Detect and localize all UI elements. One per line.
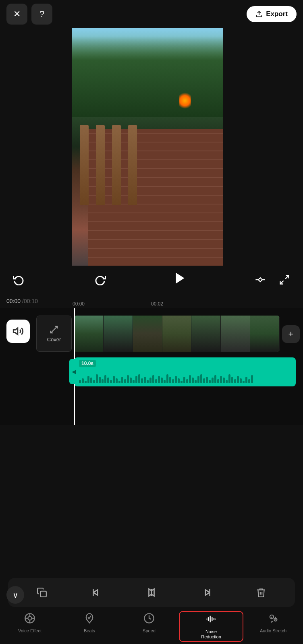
waveform-bar bbox=[245, 377, 247, 383]
split-button[interactable] bbox=[141, 582, 162, 603]
speed-label: Speed bbox=[143, 628, 156, 634]
trim-start-button[interactable] bbox=[86, 582, 107, 603]
waveform-bar bbox=[87, 376, 89, 383]
svg-marker-1 bbox=[176, 273, 185, 284]
video-thumb bbox=[133, 316, 162, 352]
fence-post bbox=[80, 125, 89, 205]
waveform-bar bbox=[234, 379, 236, 383]
noise-reduction-icon bbox=[205, 613, 217, 627]
audio-track[interactable]: 10.0s bbox=[74, 357, 296, 386]
video-thumb bbox=[221, 316, 250, 352]
waveform-bar bbox=[144, 377, 146, 383]
waveform-bar bbox=[214, 375, 216, 383]
waveform-bar bbox=[82, 378, 84, 383]
fence bbox=[80, 125, 144, 205]
trim-start-icon bbox=[91, 587, 102, 598]
keyframe-button[interactable] bbox=[251, 271, 269, 289]
waveform-bar bbox=[172, 379, 174, 383]
waveform-bar bbox=[169, 377, 171, 383]
beats-label: Beats bbox=[84, 628, 95, 634]
redo-icon bbox=[95, 274, 106, 285]
bottom-nav: Voice Effect Beats Speed bbox=[0, 607, 303, 644]
fence-post bbox=[112, 125, 121, 205]
noise-reduction-svg bbox=[205, 613, 217, 625]
redo-button[interactable] bbox=[91, 271, 109, 289]
waveform-bar bbox=[90, 378, 92, 383]
waveform-bar bbox=[195, 380, 197, 383]
waveform-bar bbox=[183, 377, 185, 383]
waveform-bar bbox=[85, 381, 87, 383]
export-label: Export bbox=[266, 10, 288, 18]
beats-icon bbox=[84, 613, 95, 627]
close-button[interactable]: ✕ bbox=[6, 4, 27, 25]
waveform-bar bbox=[110, 380, 112, 383]
collapse-handle[interactable]: ◀ bbox=[69, 359, 78, 384]
audio-waveform bbox=[79, 372, 291, 383]
waveform-bar bbox=[166, 374, 168, 383]
help-button[interactable]: ? bbox=[31, 4, 52, 25]
svg-line-30 bbox=[271, 621, 273, 623]
nav-item-beats[interactable]: Beats bbox=[60, 611, 119, 635]
timeline-header: 00:00 / 00:10 00:00 00:02 bbox=[0, 294, 303, 308]
export-button[interactable]: Export bbox=[247, 6, 297, 22]
speed-icon bbox=[143, 613, 155, 627]
top-left-controls: ✕ ? bbox=[6, 4, 52, 25]
cover-label: Cover bbox=[47, 336, 61, 343]
audio-stretch-icon bbox=[268, 613, 279, 627]
waveform-bar bbox=[138, 374, 140, 383]
waveform-bar bbox=[240, 378, 242, 383]
delete-icon bbox=[256, 587, 266, 598]
audio-duration: 10.0s bbox=[79, 360, 96, 367]
delete-button[interactable] bbox=[251, 582, 272, 603]
nav-item-speed[interactable]: Speed bbox=[119, 611, 179, 635]
waveform-bar bbox=[79, 380, 81, 383]
undo-button[interactable] bbox=[10, 271, 27, 289]
undo-icon bbox=[13, 274, 24, 285]
waveform-bar bbox=[197, 376, 199, 383]
right-controls bbox=[251, 271, 293, 289]
play-icon bbox=[173, 271, 187, 285]
collapse-down-button[interactable]: ∨ bbox=[6, 586, 24, 604]
nav-item-audio-stretch[interactable]: Audio Stretch bbox=[243, 611, 303, 635]
lantern bbox=[179, 93, 191, 109]
cover-clip[interactable]: Cover bbox=[36, 316, 72, 352]
chevron-down-icon: ∨ bbox=[12, 590, 19, 600]
voice-effect-label: Voice Effect bbox=[18, 628, 42, 634]
timeline-area[interactable]: Cover + ◀ 10.0s bbox=[0, 308, 303, 425]
play-button[interactable] bbox=[173, 271, 187, 289]
fullscreen-button[interactable] bbox=[276, 271, 293, 289]
waveform-bar bbox=[203, 378, 205, 383]
duplicate-button[interactable] bbox=[31, 582, 52, 603]
svg-marker-7 bbox=[13, 328, 18, 334]
add-icon: + bbox=[288, 329, 294, 339]
video-thumb bbox=[191, 316, 221, 352]
waveform-bar bbox=[251, 375, 253, 383]
waveform-bar bbox=[158, 376, 160, 383]
waveform-bar bbox=[237, 376, 239, 383]
fence-post bbox=[128, 125, 137, 205]
video-frame bbox=[72, 28, 223, 266]
voice-effect-svg bbox=[24, 613, 35, 624]
waveform-bar bbox=[149, 378, 152, 383]
waveform-bar bbox=[200, 374, 202, 383]
nav-item-voice-effect[interactable]: Voice Effect bbox=[0, 611, 60, 635]
waveform-bar bbox=[93, 380, 95, 383]
waveform-bar bbox=[189, 375, 191, 383]
svg-rect-9 bbox=[41, 591, 46, 597]
waveform-bar bbox=[226, 380, 228, 383]
waveform-bar bbox=[248, 379, 250, 383]
trim-end-icon bbox=[201, 587, 212, 598]
volume-button[interactable] bbox=[6, 320, 30, 343]
trim-end-button[interactable] bbox=[196, 582, 217, 603]
add-clip-button[interactable]: + bbox=[282, 325, 300, 343]
export-icon bbox=[255, 10, 263, 18]
svg-point-14 bbox=[28, 616, 31, 620]
video-track[interactable] bbox=[74, 316, 280, 352]
waveform-bar bbox=[127, 375, 129, 383]
nav-item-noise-reduction[interactable]: NoiseReduction bbox=[179, 611, 243, 642]
waveform-bar bbox=[121, 377, 123, 383]
waveform-bar bbox=[223, 378, 225, 383]
fence-post bbox=[96, 125, 105, 205]
speed-svg bbox=[143, 613, 155, 624]
svg-line-5 bbox=[285, 276, 288, 279]
